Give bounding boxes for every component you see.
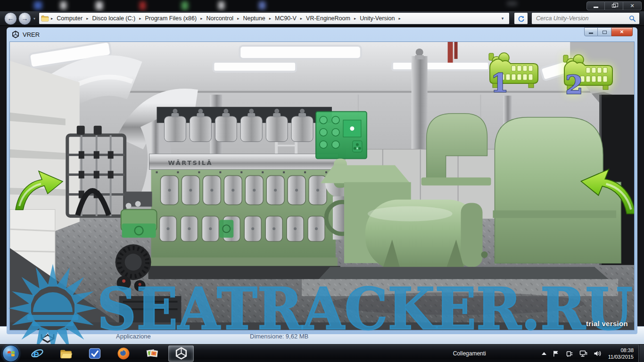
vrer-titlebar[interactable]: VRER ✕ bbox=[7, 27, 637, 41]
svg-text:e: e bbox=[33, 347, 39, 359]
rotate-left-arrow[interactable] bbox=[12, 166, 67, 212]
unity-icon bbox=[175, 347, 188, 360]
taskbar-check-app[interactable] bbox=[82, 346, 107, 362]
refresh-icon bbox=[518, 15, 525, 22]
desktop-icon-blob bbox=[60, 1, 66, 9]
engine-selector-button-2[interactable]: 2 bbox=[560, 52, 618, 97]
breadcrumb-item[interactable]: Norcontrol bbox=[203, 14, 237, 23]
desktop-icons-blurred bbox=[0, 0, 644, 11]
trial-version-label: trial version bbox=[586, 320, 628, 328]
firefox-icon bbox=[117, 347, 130, 360]
window-title: VRER bbox=[23, 31, 40, 38]
clock-date: 11/03/2015 bbox=[608, 354, 634, 360]
vrer-window-controls: ✕ bbox=[584, 27, 633, 36]
back-button[interactable]: ← bbox=[4, 12, 17, 25]
taskbar-clock[interactable]: 08:38 11/03/2015 bbox=[602, 347, 638, 360]
breadcrumb-separator-icon: ▸ bbox=[398, 16, 401, 21]
start-button[interactable] bbox=[2, 345, 19, 362]
explorer-minimize-button[interactable] bbox=[586, 1, 605, 10]
rotate-right-arrow[interactable] bbox=[576, 164, 635, 216]
collegamenti-toolbar[interactable]: Collegamenti bbox=[453, 350, 486, 357]
show-desktop-button[interactable] bbox=[638, 345, 644, 362]
breadcrumb-item[interactable]: Computer bbox=[53, 14, 86, 23]
internet-explorer-icon: e bbox=[31, 347, 44, 360]
unity-app-icon bbox=[12, 31, 19, 38]
address-dropdown-button[interactable]: ▾ bbox=[498, 16, 507, 21]
chevron-down-icon: ▾ bbox=[33, 16, 35, 21]
system-tray bbox=[542, 350, 602, 357]
close-icon: ✕ bbox=[620, 29, 624, 34]
explorer-close-button[interactable]: ✕ bbox=[623, 1, 642, 10]
engine-selector-button-1[interactable]: 1 bbox=[485, 50, 544, 95]
close-icon: ✕ bbox=[630, 3, 634, 9]
volume-icon[interactable] bbox=[594, 350, 602, 357]
image-viewer-icon bbox=[146, 347, 159, 360]
explorer-restore-button[interactable] bbox=[605, 1, 623, 10]
restore-icon bbox=[612, 4, 616, 8]
minimize-icon bbox=[594, 7, 598, 8]
minimize-icon bbox=[589, 33, 593, 34]
breadcrumb-item[interactable]: MC90-V bbox=[272, 14, 300, 23]
clock-time: 08:38 bbox=[608, 347, 634, 354]
engine-number-label: 1 bbox=[491, 68, 509, 95]
breadcrumb: Computer▸Disco locale (C:)▸Program Files… bbox=[53, 14, 401, 23]
engine-brand-label: WÄRTSILÄ bbox=[168, 159, 212, 166]
taskbar-unity-player[interactable] bbox=[168, 346, 194, 362]
desktop-icon-blob bbox=[507, 1, 517, 6]
vrer-close-button[interactable]: ✕ bbox=[611, 27, 633, 36]
action-center-flag-icon[interactable] bbox=[553, 350, 560, 357]
desktop-icon-blob bbox=[259, 1, 265, 9]
taskbar-internet-explorer[interactable]: e bbox=[25, 346, 50, 362]
engine-number-label: 2 bbox=[565, 70, 583, 97]
vrer-minimize-button[interactable] bbox=[584, 27, 598, 36]
refresh-button[interactable] bbox=[514, 12, 528, 25]
search-icon bbox=[629, 15, 636, 22]
unity-3d-viewport[interactable]: WÄRTSILÄ bbox=[9, 41, 635, 330]
breadcrumb-item[interactable]: Unity-Version bbox=[356, 14, 398, 23]
address-bar[interactable]: ▸ Computer▸Disco locale (C:)▸Program Fil… bbox=[39, 12, 510, 25]
explorer-navbar: ← → ▾ ▸ Computer▸Disco locale (C:)▸Progr… bbox=[0, 11, 644, 26]
desktop-icon-blob bbox=[218, 1, 224, 9]
search-box bbox=[531, 12, 640, 25]
back-icon: ← bbox=[8, 15, 14, 22]
taskbar-windows-explorer[interactable] bbox=[53, 346, 79, 362]
hidden-icons-button[interactable] bbox=[542, 352, 546, 355]
remove-hardware-icon[interactable] bbox=[566, 350, 573, 357]
forward-icon: → bbox=[22, 15, 28, 22]
windows-logo-icon bbox=[7, 349, 16, 358]
breadcrumb-item[interactable]: Program Files (x86) bbox=[141, 14, 200, 23]
check-app-icon bbox=[89, 347, 101, 360]
taskbar-firefox[interactable] bbox=[111, 346, 136, 362]
taskbar-image-viewer[interactable] bbox=[140, 346, 165, 362]
desktop-icon-blob bbox=[140, 1, 146, 10]
desktop-icon-blob bbox=[182, 1, 188, 10]
maximize-icon bbox=[603, 31, 607, 34]
chevron-down-icon: ▾ bbox=[502, 16, 504, 21]
vrer-window: VRER ✕ bbox=[7, 27, 637, 334]
desktop: ✕ ← → ▾ ▸ Computer▸Disco locale (C:)▸Pro… bbox=[0, 0, 644, 362]
explorer-window-controls: ✕ bbox=[586, 1, 642, 10]
taskbar: e bbox=[0, 344, 644, 362]
vrer-maximize-button[interactable] bbox=[598, 27, 611, 36]
forward-button[interactable]: → bbox=[18, 12, 31, 25]
desktop-icon-blob bbox=[34, 1, 42, 9]
desktop-icon-blob bbox=[96, 1, 103, 10]
history-dropdown[interactable]: ▾ bbox=[33, 16, 35, 21]
network-icon[interactable] bbox=[579, 350, 587, 357]
breadcrumb-item[interactable]: Neptune bbox=[239, 14, 268, 23]
breadcrumb-item[interactable]: Disco locale (C:) bbox=[89, 14, 139, 23]
breadcrumb-item[interactable]: VR-EngineRoom bbox=[303, 14, 354, 23]
folder-icon bbox=[41, 15, 49, 22]
search-input[interactable] bbox=[535, 15, 629, 22]
folder-icon bbox=[59, 347, 73, 360]
